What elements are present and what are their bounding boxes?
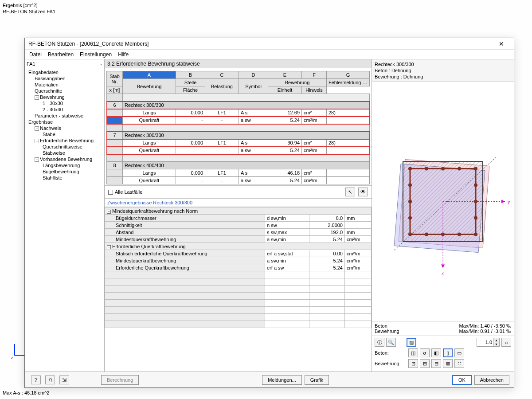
table-row[interactable]: Längs0.000LF1A s12.69cm²28): [107, 109, 370, 117]
prop-row[interactable]: Bügeldurchmesserd sw,min8.0mm: [105, 215, 372, 222]
beton-opt3[interactable]: ◧: [431, 348, 441, 357]
window-title: RF-BETON Stützen - [200612_Concrete Memb…: [28, 41, 493, 47]
tree-stahlliste[interactable]: Stahlliste: [25, 175, 104, 181]
preview-line3: Bewehrung : Dehnung: [375, 74, 511, 80]
pick-icon[interactable]: ↖: [345, 188, 355, 196]
abbrechen-button[interactable]: Abbrechen: [474, 375, 509, 385]
tree-erf-bewehrung[interactable]: –Erforderliche Bewehrung: [25, 137, 104, 144]
col-symbol: Symbol: [239, 79, 268, 94]
tree-stabweise[interactable]: Stabweise: [25, 150, 104, 156]
table-row[interactable]: Querkraft--a sw5.24cm²/m: [107, 147, 370, 154]
tree-bewehrung-2[interactable]: 2 - 40x40: [25, 106, 104, 113]
meldungen-button[interactable]: Meldungen...: [262, 375, 302, 385]
prop-row[interactable]: Schnittigkeitn sw2.0000: [105, 222, 372, 229]
titlebar[interactable]: RF-BETON Stützen - [200612_Concrete Memb…: [25, 38, 514, 50]
close-icon[interactable]: ✕: [493, 40, 510, 47]
bg-module-label: RF-BETON Stützen FA1: [3, 9, 55, 14]
tree-basisangaben[interactable]: Basisangaben: [25, 75, 104, 82]
scale-spinner[interactable]: ▲▼: [477, 338, 500, 347]
tree-nachweis[interactable]: –Nachweis: [25, 125, 104, 131]
col-letter-C[interactable]: C: [205, 71, 239, 79]
spin-down-icon[interactable]: ▼: [493, 342, 499, 346]
zoom-icon[interactable]: 🔍: [386, 338, 396, 347]
table-row[interactable]: Querkraft--a sw5.24cm²/m: [107, 117, 370, 124]
group-header-row[interactable]: 7Rechteck 300/300: [107, 132, 370, 139]
scale-input[interactable]: [477, 340, 493, 345]
collapse-icon[interactable]: –: [35, 126, 39, 131]
tree-eingabedaten[interactable]: Eingabedaten: [25, 69, 104, 75]
tree-vorh-bewehrung[interactable]: –Vorhandene Bewehrung: [25, 156, 104, 162]
grafik-button[interactable]: Grafik: [305, 375, 329, 385]
prop-group[interactable]: −Erforderliche Querkraftbewehrung: [105, 243, 372, 250]
ok-button[interactable]: OK: [452, 375, 472, 385]
preview-line2: Beton : Dehnung: [375, 67, 511, 74]
table-row[interactable]: Längs0.000LF1A s46.18cm²: [107, 169, 370, 177]
beton-opt4[interactable]: ▯: [443, 348, 453, 357]
beton-opt5[interactable]: ▭: [454, 348, 464, 357]
props-grid[interactable]: −Mindestquerkraftbewehrung nach NormBüge…: [105, 207, 372, 328]
case-combo[interactable]: FA1: [25, 59, 104, 68]
export2-icon[interactable]: ⇲: [59, 376, 69, 384]
col-letter-E[interactable]: E: [268, 71, 302, 79]
bew-opt3[interactable]: ⊟: [431, 359, 441, 368]
table-row[interactable]: Querkraft--a sw5.24cm²/m: [107, 177, 370, 184]
all-loadcases-checkbox[interactable]: Alle Lastfälle: [108, 189, 142, 195]
tree-staebe[interactable]: Stäbe: [25, 131, 104, 137]
cross-section-view[interactable]: y z: [372, 82, 514, 321]
tree-ergebnisse[interactable]: Ergebnisse: [25, 119, 104, 125]
berechnung-button[interactable]: Berechnung: [101, 375, 139, 385]
col-letter-A[interactable]: A: [123, 71, 176, 79]
bew-opt5[interactable]: ∷: [454, 359, 464, 368]
bew-opt2[interactable]: ⊞: [420, 359, 430, 368]
svg-marker-25: [501, 200, 505, 203]
hatch-icon[interactable]: ▨: [407, 338, 416, 347]
tree-buegelbewehrung[interactable]: Bügelbewehrung: [25, 168, 104, 175]
help-icon[interactable]: ?: [31, 376, 41, 384]
collapse-icon[interactable]: –: [35, 139, 39, 143]
bew-opt4[interactable]: ⊠: [443, 359, 453, 368]
prop-row[interactable]: Erforderliche Querkraftbewehrungerf a sw…: [105, 264, 372, 271]
col-letter-F[interactable]: F: [302, 71, 327, 79]
col-letter-G[interactable]: G: [327, 71, 370, 79]
tree-parameter[interactable]: Parameter - stabweise: [25, 113, 104, 119]
col-letter-B[interactable]: B: [176, 71, 205, 79]
menu-einstellungen[interactable]: Einstellungen: [80, 51, 112, 58]
table-row[interactable]: Längs0.000LF1A s30.94cm²28): [107, 139, 370, 147]
tree-querschnittsweise[interactable]: Querschnittsweise: [25, 144, 104, 150]
menu-hilfe[interactable]: Hilfe: [118, 51, 129, 58]
svg-point-16: [458, 233, 461, 236]
magnify-icon[interactable]: ⌕: [501, 338, 511, 347]
spin-up-icon[interactable]: ▲: [493, 338, 499, 342]
tree-querschnitte[interactable]: Querschnitte: [25, 88, 104, 94]
left-column: FA1 Eingabedaten Basisangaben Materialie…: [25, 59, 105, 372]
menu-datei[interactable]: Datei: [29, 51, 42, 58]
tree-materialien[interactable]: Materialien: [25, 82, 104, 88]
tree-bewehrung-1[interactable]: 1 - 30x30: [25, 100, 104, 106]
group-header-row[interactable]: 8Rechteck 400/400: [107, 162, 370, 169]
prop-row[interactable]: Abstands sw,max192.0mm: [105, 229, 372, 236]
collapse-icon[interactable]: –: [35, 157, 39, 162]
beton-opt2[interactable]: σ: [420, 348, 430, 357]
tree-laengsbewehrung[interactable]: Längsbewehrung: [25, 162, 104, 168]
section-title: 3.2 Erforderliche Bewehrung stabweise: [105, 59, 372, 68]
collapse-icon[interactable]: –: [35, 95, 39, 100]
group-header-row[interactable]: 6Rechteck 300/300: [107, 102, 370, 109]
cross-section-svg: y z: [372, 82, 514, 321]
eye-icon[interactable]: 👁: [358, 188, 368, 196]
col-bewehrung: Bewehrung: [123, 79, 176, 94]
tree-bewehrung[interactable]: –Bewehrung: [25, 94, 104, 100]
info-icon[interactable]: ⓘ: [375, 338, 384, 347]
svg-point-14: [425, 233, 428, 236]
col-letter-D[interactable]: D: [239, 71, 268, 79]
results-grid[interactable]: StabNr. A B C D E F G Bewehrung S: [106, 71, 370, 184]
beton-opt1[interactable]: ◫: [408, 348, 418, 357]
export-icon[interactable]: ⎙: [45, 376, 55, 384]
col-fehler: Fehlermeldung bzw.: [327, 79, 370, 86]
prop-group[interactable]: −Mindestquerkraftbewehrung nach Norm: [105, 207, 372, 215]
prop-row[interactable]: Mindestquerkraftbewehrunga sw,min5.24cm²…: [105, 236, 372, 243]
menu-bearbeiten[interactable]: Bearbeiten: [48, 51, 74, 58]
svg-point-12: [474, 167, 477, 171]
bew-opt1[interactable]: ⊡: [408, 359, 418, 368]
prop-row[interactable]: Statisch erforderliche Querkraftbewehrun…: [105, 250, 372, 257]
prop-row[interactable]: Mindestquerkraftbewehrunga sw,min5.24cm²…: [105, 257, 372, 264]
